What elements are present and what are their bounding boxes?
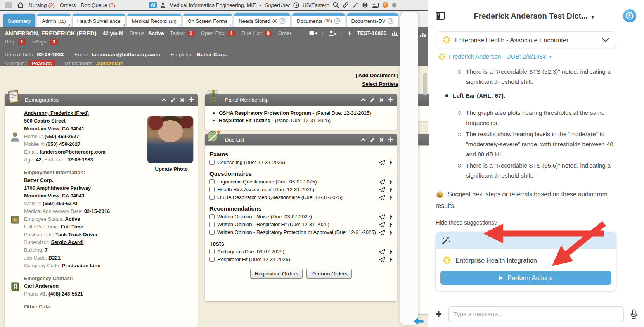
tab-on-screen-forms[interactable]: On Screen Forms	[183, 14, 232, 27]
perform-order-bolt-icon[interactable]	[389, 160, 393, 165]
tab-documents-dv[interactable]: Documents-DV	[347, 13, 398, 27]
send-order-icon[interactable]	[379, 257, 385, 262]
move-icon[interactable]	[388, 137, 393, 142]
due-item-checkbox[interactable]	[209, 249, 215, 254]
link-icon[interactable]	[343, 2, 349, 8]
home-icon[interactable]	[17, 2, 24, 8]
encounter-selector-card[interactable]: Enterprise Health - Associate Encounter	[436, 31, 616, 48]
send-order-icon[interactable]	[379, 195, 385, 200]
tab-documents[interactable]: Documents(36)	[292, 13, 345, 27]
perform-order-bolt-icon[interactable]	[389, 230, 393, 235]
flowsheet-chart-icon[interactable]	[391, 30, 398, 36]
external-link-icon[interactable]	[279, 18, 286, 24]
hamburger-menu-icon[interactable]	[5, 2, 12, 8]
due-list-portlet-header[interactable]: Due List	[205, 134, 397, 145]
send-order-icon[interactable]	[379, 222, 385, 227]
due-item-checkbox[interactable]	[209, 222, 215, 227]
open-enc-count-badge[interactable]: 1	[228, 31, 235, 36]
send-order-icon[interactable]	[379, 249, 385, 254]
due-list-count-badge[interactable]: 9	[265, 31, 272, 36]
supervisor-link[interactable]: Sergio Acardi	[51, 239, 83, 245]
req-count-badge[interactable]: 1	[18, 39, 26, 45]
sidebar-toggle-icon[interactable]	[436, 12, 445, 20]
edit-pencil-icon[interactable]	[370, 97, 375, 102]
microphone-icon[interactable]	[630, 309, 638, 319]
panel-divider[interactable]	[400, 12, 418, 325]
perform-order-bolt-icon[interactable]	[389, 195, 393, 200]
perform-orders-button[interactable]: Perform Orders	[306, 269, 352, 279]
send-order-icon[interactable]	[379, 179, 385, 185]
due-item-checkbox[interactable]	[209, 257, 215, 262]
medication-value[interactable]: alprazolam	[96, 61, 124, 66]
tasks-count-badge[interactable]: 1	[187, 31, 195, 36]
order-link[interactable]: Order	[278, 30, 292, 36]
keyboard-icon[interactable]	[372, 3, 379, 8]
perform-order-bolt-icon[interactable]	[389, 179, 393, 185]
requisition-orders-button[interactable]: Requisition Orders	[250, 269, 303, 279]
help-icon[interactable]: ?	[382, 2, 388, 8]
patient-name-link[interactable]: Anderson, Frederick (Fred)	[24, 110, 89, 116]
esign-count-badge[interactable]: 3	[50, 39, 58, 45]
due-item-checkbox[interactable]	[209, 187, 215, 192]
message-input[interactable]	[448, 306, 624, 322]
collapse-icon[interactable]	[361, 138, 366, 142]
perform-order-bolt-icon[interactable]	[389, 222, 393, 227]
external-link-icon[interactable]	[388, 18, 394, 24]
move-icon[interactable]	[189, 97, 194, 102]
video-camera-icon[interactable]	[309, 31, 317, 36]
select-portlets-link[interactable]: Select Portlets	[355, 80, 398, 88]
nav-doc-queue[interactable]: Doc Queue(3)	[81, 2, 115, 8]
tab-admin[interactable]: Admin(15)	[37, 14, 70, 27]
close-icon[interactable]	[379, 138, 384, 142]
timezone-label[interactable]: US/Eastern	[303, 2, 329, 8]
patient-context-link[interactable]: Frederick Anderson - DOB: 2/8/1983 ▾	[438, 53, 616, 61]
collapse-icon[interactable]	[161, 98, 166, 102]
edit-pencil-icon[interactable]	[370, 137, 375, 142]
conversation-title-dropdown[interactable]: Frederick Anderson Test Dict...▾	[445, 12, 623, 21]
tab-health-surveillance[interactable]: Health Surveillance	[73, 14, 125, 27]
hide-suggestions-link[interactable]: Hide these suggestions?	[436, 220, 636, 226]
suggested-action-toolbar[interactable]	[436, 232, 616, 249]
search-icon[interactable]	[333, 2, 339, 8]
ai-badge[interactable]: AI	[149, 2, 157, 8]
due-item-checkbox[interactable]	[209, 179, 215, 184]
external-link-icon[interactable]	[334, 18, 340, 24]
demographics-portlet-header[interactable]: Demographics	[5, 94, 198, 106]
add-person-icon[interactable]	[329, 30, 336, 36]
scroll-left-arrow[interactable]	[414, 317, 424, 325]
due-item-checkbox[interactable]	[209, 160, 215, 165]
perform-order-bolt-icon[interactable]	[389, 214, 393, 220]
close-icon[interactable]	[180, 98, 184, 102]
nav-orders[interactable]: Orders	[60, 2, 76, 8]
chevron-down-icon[interactable]	[602, 38, 609, 42]
send-order-icon[interactable]	[379, 214, 385, 220]
globe-icon[interactable]	[362, 2, 368, 8]
perform-order-bolt-icon[interactable]	[389, 249, 393, 254]
perform-order-bolt-icon[interactable]	[389, 187, 393, 192]
panel-membership-portlet-header[interactable]: Panel Membership	[205, 94, 397, 106]
send-order-icon[interactable]	[379, 230, 385, 235]
assistant-avatar[interactable]	[623, 9, 636, 22]
lightning-icon[interactable]	[348, 30, 352, 36]
perform-actions-button[interactable]: Perform Actions	[440, 271, 611, 285]
growth-chart-icon[interactable]	[419, 32, 427, 38]
add-document-link[interactable]: | Add Document |	[355, 71, 398, 80]
send-order-icon[interactable]	[379, 160, 385, 165]
collapse-icon[interactable]	[361, 98, 366, 102]
clock-icon[interactable]	[293, 2, 299, 8]
move-icon[interactable]	[388, 97, 393, 102]
close-icon[interactable]	[379, 98, 384, 102]
update-photo-link[interactable]: Update Photo	[155, 166, 188, 172]
due-item-checkbox[interactable]	[209, 230, 215, 235]
perform-order-bolt-icon[interactable]	[389, 257, 393, 262]
due-item-checkbox[interactable]	[209, 195, 215, 200]
due-item-checkbox[interactable]	[209, 214, 215, 219]
page-scrollbar-thumb[interactable]	[423, 73, 427, 95]
attach-plus-button[interactable]: +	[436, 309, 442, 320]
tab-summary[interactable]: Summary	[3, 14, 35, 27]
tab-needs-signed[interactable]: Needs Signed(4)	[234, 13, 290, 27]
wand-icon[interactable]	[352, 2, 358, 8]
nav-nursing[interactable]: Nursing(2)	[29, 2, 55, 8]
tab-medical-record[interactable]: Medical Record(14)	[127, 14, 181, 27]
send-order-icon[interactable]	[379, 187, 385, 192]
